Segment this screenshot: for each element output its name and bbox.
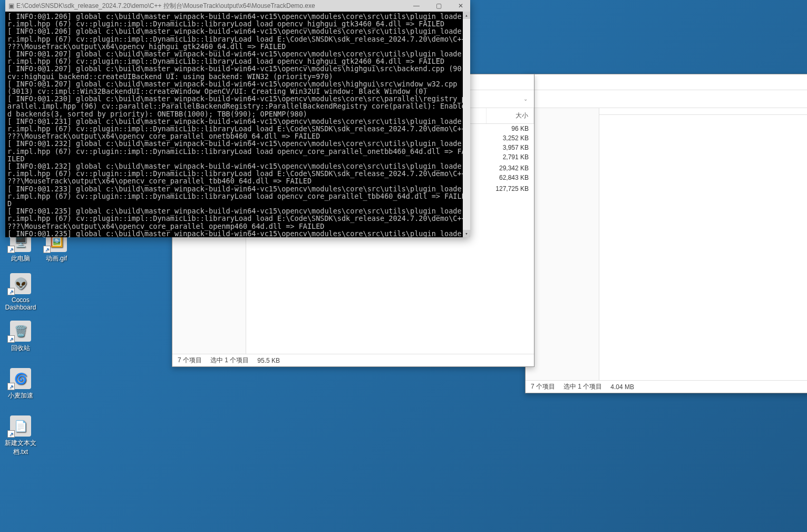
console-window[interactable]: ▣ E:\Code\SNSDK\sdk_release_2024.7.20\de…	[5, 0, 470, 237]
console-scrollbar[interactable]: ▴ ▾	[463, 12, 470, 237]
col-size[interactable]: 大小	[487, 108, 534, 123]
explorer2-column-headers[interactable]	[599, 108, 807, 115]
explorer-window-2[interactable]: 7 个项目 选中 1 个项目 4.04 MB	[525, 74, 807, 393]
desktop-icon-label: 动画.gif	[38, 254, 75, 263]
status-size: 95.5 KB	[257, 357, 280, 364]
shortcut-arrow-icon: ↗	[43, 246, 51, 253]
desktop-icon[interactable]: 📄 ↗ 新建文本文档.txt	[2, 415, 39, 457]
cell-size: 62,843 KB	[487, 174, 534, 183]
status-selection: 选中 1 个项目	[210, 356, 249, 365]
maximize-button[interactable]: ▢	[432, 2, 445, 9]
cell-size: 29,342 KB	[487, 165, 534, 172]
scroll-up-button[interactable]: ▴	[463, 12, 470, 19]
console-titlebar[interactable]: ▣ E:\Code\SNSDK\sdk_release_2024.7.20\de…	[5, 0, 470, 12]
cell-size: 127,725 KB	[487, 185, 534, 194]
shortcut-arrow-icon: ↗	[7, 383, 15, 390]
status-selection: 选中 1 个项目	[563, 382, 602, 391]
explorer2-titlebar[interactable]	[526, 74, 807, 90]
minimize-button[interactable]: —	[410, 2, 423, 9]
explorer2-breadcrumb[interactable]	[526, 90, 807, 108]
explorer2-file-list[interactable]	[599, 115, 807, 380]
explorer1-statusbar: 7 个项目 选中 1 个项目 95.5 KB	[172, 354, 534, 366]
desktop-icon-label: Cocos Dashboard	[2, 296, 39, 311]
scroll-down-button[interactable]: ▾	[463, 230, 470, 237]
desktop-icon[interactable]: 👽 ↗ Cocos Dashboard	[2, 273, 39, 311]
desktop-icon-label: 小麦加速	[2, 391, 39, 400]
status-count: 7 个项目	[178, 356, 202, 365]
console-icon: ▣	[8, 2, 14, 9]
close-button[interactable]: ✕	[454, 2, 467, 9]
desktop-icon-label: 回收站	[2, 344, 39, 353]
console-output[interactable]: [ INFO:0@1.206] global c:\build\master_w…	[5, 12, 470, 237]
shortcut-arrow-icon: ↗	[7, 246, 15, 253]
shortcut-arrow-icon: ↗	[7, 430, 15, 438]
shortcut-arrow-icon: ↗	[7, 288, 15, 295]
cell-size: 3,252 KB	[487, 134, 534, 142]
cell-size: 96 KB	[487, 125, 534, 132]
explorer2-nav-pane[interactable]	[526, 108, 599, 380]
console-title-text: E:\Code\SNSDK\sdk_release_2024.7.20\demo…	[16, 2, 315, 11]
explorer2-statusbar: 7 个项目 选中 1 个项目 4.04 MB	[526, 380, 807, 393]
status-size: 4.04 MB	[610, 383, 634, 391]
cell-size: 2,791 KB	[487, 153, 534, 162]
desktop-icon-label: 此电脑	[2, 254, 39, 263]
desktop-icon[interactable]: 🌀 ↗ 小麦加速	[2, 368, 39, 400]
cell-size: 3,957 KB	[487, 144, 534, 151]
desktop-icon-label: 新建文本文档.txt	[2, 439, 39, 457]
chevron-down-icon[interactable]: ⌄	[521, 96, 530, 102]
shortcut-arrow-icon: ↗	[7, 335, 15, 343]
status-count: 7 个项目	[531, 382, 555, 391]
desktop-icon[interactable]: 🗑️ ↗ 回收站	[2, 321, 39, 353]
